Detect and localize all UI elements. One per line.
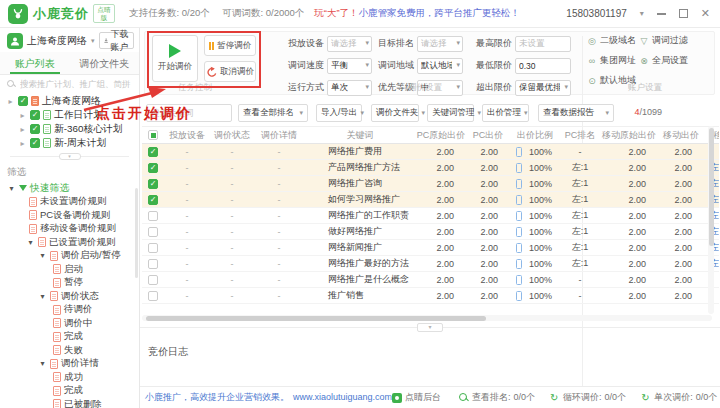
start-bidding-button[interactable]: 开始调价 — [152, 35, 198, 82]
table-row[interactable]: - - - 做好网络推广 2.00 2.00 100% 左:1 2.00 2.0… — [142, 224, 719, 240]
account-tree-item[interactable]: 上海奇度网络 — [0, 94, 139, 108]
log-collapse-toggle[interactable] — [417, 323, 443, 332]
column-header[interactable]: PC原始出价 — [416, 129, 466, 142]
limit-input[interactable]: 保留最优排名 — [515, 80, 571, 96]
toolbar-dropdown[interactable]: 出价管理 — [482, 104, 529, 122]
tree-checkbox[interactable] — [18, 96, 28, 106]
column-header[interactable]: 移动出价 — [658, 129, 704, 142]
cancel-bidding-button[interactable]: 取消调价 — [204, 61, 256, 82]
account-menu-caret-icon[interactable]: ▾ — [640, 9, 644, 18]
row-checkbox[interactable] — [148, 211, 158, 221]
pause-bidding-button[interactable]: 暂停调价 — [204, 35, 256, 56]
filter-tree-item[interactable]: 未设置调价规则 — [0, 195, 139, 209]
sidebar-scrollbar[interactable] — [135, 188, 138, 278]
tree-checkbox[interactable] — [30, 138, 40, 148]
download-account-button[interactable]: 下载账户 — [99, 32, 134, 49]
filter-tree-item[interactable]: 调价状态 — [0, 290, 139, 304]
filter-tree-item[interactable]: 调价详情 — [0, 357, 139, 371]
column-header[interactable]: 调价详情 — [254, 129, 304, 142]
toolbar-dropdown[interactable]: 调价文件夹 — [371, 104, 419, 122]
statusbar-item[interactable]: 查看排名: 0/0个 — [459, 391, 535, 404]
expand-caret-icon[interactable] — [18, 108, 27, 123]
table-row[interactable]: - - - 推广销售 2.00 2.00 100% - 2.00 2.00 - — [142, 288, 719, 304]
table-row[interactable]: - - - 网络推广最好的方法 2.00 2.00 100% 左:1 2.00 … — [142, 256, 719, 272]
setting-dropdown[interactable]: 单次 — [327, 80, 372, 96]
filter-tree-item[interactable]: 调价中 — [0, 317, 139, 331]
column-header[interactable]: 关键词 — [304, 129, 416, 142]
statusbar-item[interactable]: 点睛后台 — [392, 391, 444, 404]
tree-checkbox[interactable] — [30, 110, 40, 120]
column-header[interactable]: PC排名 — [560, 129, 600, 142]
filter-tree-item[interactable]: 成功 — [0, 371, 139, 385]
filter-tree-item[interactable]: 已被删除 — [0, 398, 139, 408]
column-header[interactable]: 调价状态 — [210, 129, 254, 142]
account-setting-link[interactable]: 全局设置 — [639, 54, 697, 67]
toolbar-dropdown[interactable]: 关键词管理 — [427, 104, 474, 122]
row-checkbox[interactable] — [148, 179, 158, 189]
tree-collapse-toggle[interactable] — [59, 153, 81, 160]
account-setting-link[interactable]: 调词过滤 — [639, 34, 697, 47]
sidebar-search-input[interactable] — [20, 79, 132, 89]
sidebar-tab[interactable]: 账户列表 — [0, 52, 70, 74]
window-close-button[interactable]: ✕ — [701, 8, 710, 19]
row-checkbox[interactable] — [148, 195, 158, 205]
statusbar-item[interactable]: 单次调价: 0/0个 — [641, 391, 717, 404]
footer-url-link[interactable]: www.xiaolutuiguang.com — [293, 392, 392, 402]
promo-link[interactable]: 玩“大”了！小鹿管家免费用，跨平台推广更轻松！ — [314, 7, 520, 20]
account-setting-link[interactable]: 集团网址 — [587, 54, 639, 67]
column-header[interactable]: 投放设备 — [164, 129, 210, 142]
account-tree-item[interactable]: 工作日计划 — [0, 108, 139, 122]
expand-caret-icon[interactable] — [6, 94, 15, 109]
row-checkbox[interactable] — [148, 243, 158, 253]
filter-tree-item[interactable]: 失败 — [0, 344, 139, 358]
table-row[interactable]: - - - 网络推广咨询 2.00 2.00 100% 左:1 2.00 2.0… — [142, 176, 719, 192]
account-tree-item[interactable]: 新-360核心计划 — [0, 122, 139, 136]
filter-tree-item[interactable]: PC设备调价规则 — [0, 209, 139, 223]
quick-filter-title[interactable]: 快速筛选 — [0, 181, 139, 195]
window-minimize-button[interactable] — [657, 13, 666, 15]
account-tree-item[interactable]: 新-周末计划 — [0, 136, 139, 150]
limit-input[interactable]: 未设置 — [515, 36, 571, 52]
account-switch-caret-icon[interactable]: ▾ — [91, 37, 95, 45]
sidebar-tab[interactable]: 调价文件夹 — [70, 52, 140, 74]
filter-tree-item[interactable]: 暂停 — [0, 276, 139, 290]
column-header[interactable]: 移动原始出价 — [600, 129, 658, 142]
tree-checkbox[interactable] — [30, 124, 40, 134]
keyword-search-input[interactable] — [146, 104, 232, 122]
select-all-checkbox[interactable] — [148, 130, 158, 140]
row-checkbox[interactable] — [148, 227, 158, 237]
filter-tree-item[interactable]: 启动 — [0, 263, 139, 277]
scrollbar-thumb[interactable] — [709, 128, 714, 246]
table-row[interactable]: - - - 如何学习网络推广 2.00 2.00 100% 左:1 2.00 2… — [142, 192, 719, 208]
filter-tree-item[interactable]: 调价启动/暂停 — [0, 249, 139, 263]
filter-tree-item[interactable]: 完成 — [0, 330, 139, 344]
expand-caret-icon[interactable] — [18, 136, 27, 151]
setting-dropdown[interactable]: 默认地域 — [417, 58, 463, 74]
table-row[interactable]: - - - 网络推广费用 2.00 2.00 100% - 2.00 2.00 … — [142, 144, 719, 160]
setting-dropdown[interactable]: 请选择 — [327, 36, 372, 52]
filter-tree-item[interactable]: 移动设备调价规则 — [0, 222, 139, 236]
row-checkbox[interactable] — [148, 275, 158, 285]
table-row[interactable]: - - - 网络推广是什么概念 2.00 2.00 100% - 2.00 2.… — [142, 272, 719, 288]
table-row[interactable]: - - - 网络推广的工作职责 2.00 2.00 100% 左:1 2.00 … — [142, 208, 719, 224]
setting-dropdown[interactable]: 请选择 — [417, 36, 463, 52]
row-checkbox[interactable] — [148, 291, 158, 301]
toolbar-dropdown[interactable]: 查看数据报告 — [538, 104, 614, 122]
row-checkbox[interactable] — [148, 259, 158, 269]
account-setting-link[interactable]: 二级域名 — [587, 34, 639, 47]
statusbar-item[interactable]: 循环调价: 0/0个 — [550, 391, 626, 404]
expand-caret-icon[interactable] — [18, 122, 27, 137]
setting-dropdown[interactable]: 平衡 — [327, 58, 372, 74]
table-row[interactable]: - - - 产品网络推广方法 2.00 2.00 100% 左:1 2.00 2… — [142, 160, 719, 176]
row-checkbox[interactable] — [148, 147, 158, 157]
column-header[interactable]: 出价比例 — [510, 129, 560, 142]
filter-tree-item[interactable]: 已设置调价规则 — [0, 236, 139, 250]
sidebar-search[interactable] — [0, 75, 139, 93]
limit-input[interactable]: 0.30 — [515, 58, 571, 74]
scrollbar-thumb[interactable] — [146, 316, 486, 321]
filter-tree-item[interactable]: 完成 — [0, 384, 139, 398]
window-maximize-button[interactable] — [679, 9, 688, 18]
toolbar-dropdown[interactable]: 导入/导出 — [316, 104, 362, 122]
filter-tree-item[interactable]: 待调价 — [0, 303, 139, 317]
column-header[interactable]: PC出价 — [466, 129, 510, 142]
